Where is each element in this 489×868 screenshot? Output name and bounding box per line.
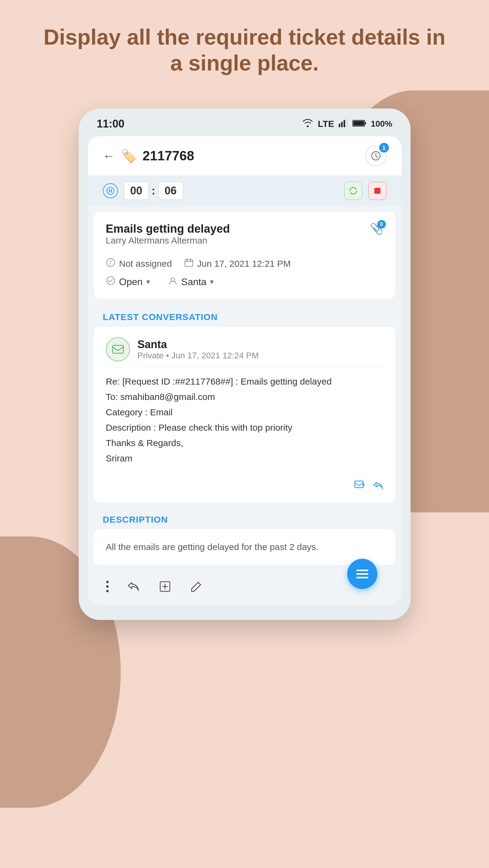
sender-avatar	[106, 337, 130, 361]
ticket-date: Jun 17, 2021 12:21 PM	[197, 258, 291, 269]
header-right[interactable]: 1	[365, 145, 386, 166]
body-line3: Category : Email	[106, 404, 383, 420]
conversation-meta: Private • Jun 17, 2021 12:24 PM	[138, 351, 259, 361]
timer-right	[344, 182, 386, 200]
back-button[interactable]: ←	[103, 149, 115, 163]
description-card: All the emails are getting delayed for t…	[94, 529, 396, 565]
battery-percent: 100%	[371, 119, 393, 129]
alert-icon: !	[106, 258, 116, 270]
signal-icon	[339, 119, 348, 130]
battery-icon	[352, 119, 366, 130]
conversation-body: Re: [Request ID :##2117768##] : Emails g…	[106, 374, 383, 466]
ticket-icon: 🏷️	[121, 149, 137, 163]
status-time: 11:00	[97, 118, 124, 130]
timer-stop-button[interactable]	[368, 182, 386, 200]
description-label: DESCRIPTION	[88, 508, 402, 529]
status-label: Open	[119, 276, 143, 287]
conversation-header: Santa Private • Jun 17, 2021 12:24 PM	[106, 337, 383, 361]
status-icon	[106, 276, 116, 288]
svg-point-15	[107, 277, 115, 284]
conversation-divider-bottom	[106, 472, 383, 472]
toolbar-icons	[106, 580, 203, 596]
sender-info: Santa Private • Jun 17, 2021 12:24 PM	[138, 338, 259, 361]
assignee-chevron-icon: ▾	[210, 278, 213, 286]
more-options-button[interactable]	[106, 581, 109, 595]
svg-point-19	[106, 581, 109, 583]
status-bar: 11:00 LTE	[79, 108, 410, 136]
assignee-item[interactable]: Santa ▾	[168, 276, 214, 288]
timer-bar: 00 : 06	[88, 176, 402, 206]
svg-rect-17	[113, 345, 123, 353]
calendar-icon	[184, 258, 194, 270]
ticket-title-row: Emails getting delayed Larry Altermans A…	[106, 222, 383, 253]
attachment-badge: 📎 0	[370, 222, 383, 235]
svg-rect-0	[339, 124, 340, 127]
timer-display: 00 : 06	[124, 182, 183, 200]
svg-rect-24	[356, 573, 368, 575]
timer-minutes: 06	[159, 182, 183, 200]
ticket-id: 2117768	[143, 148, 194, 163]
timer-left: 00 : 06	[103, 182, 183, 200]
date-item: Jun 17, 2021 12:21 PM	[184, 258, 291, 270]
wifi-icon	[302, 119, 313, 130]
status-chevron-icon: ▾	[146, 278, 150, 286]
ticket-info-card: Emails getting delayed Larry Altermans A…	[94, 212, 396, 299]
svg-point-8	[107, 187, 114, 194]
bottom-toolbar	[88, 571, 402, 605]
ticket-meta-row: ! Not assigned Jun 17, 2021 12:21 PM	[106, 258, 383, 270]
toolbar-reply-button[interactable]	[127, 581, 140, 595]
body-line4: Description : Please check this with top…	[106, 420, 383, 435]
svg-rect-25	[356, 577, 368, 578]
body-line1: Re: [Request ID :##2117768##] : Emails g…	[106, 374, 383, 389]
svg-rect-3	[346, 119, 347, 127]
svg-rect-14	[185, 260, 193, 267]
toolbar-edit-button[interactable]	[190, 580, 203, 596]
status-item[interactable]: Open ▾	[106, 276, 150, 288]
status-icons: LTE 100%	[302, 119, 392, 130]
svg-rect-11	[374, 188, 380, 194]
ticket-status-row: Open ▾ Santa ▾	[106, 276, 383, 288]
conversation-card: Santa Private • Jun 17, 2021 12:24 PM Re…	[94, 327, 396, 502]
timer-hours: 00	[124, 182, 149, 200]
svg-rect-9	[109, 189, 110, 193]
header-left: ← 🏷️ 2117768	[103, 148, 194, 163]
fab-button[interactable]	[347, 559, 377, 589]
svg-point-20	[106, 585, 109, 588]
attachment-count: 0	[377, 220, 386, 228]
timer-pause-button[interactable]	[103, 183, 118, 198]
svg-rect-6	[353, 121, 364, 126]
svg-rect-2	[344, 120, 345, 127]
body-line6: Sriram	[106, 451, 383, 466]
ticket-title: Emails getting delayed	[106, 222, 230, 236]
svg-rect-18	[355, 481, 363, 488]
timer-sync-button[interactable]	[344, 182, 362, 200]
phone-mockup: 11:00 LTE	[79, 108, 410, 620]
assigned-to-item: ! Not assigned	[106, 258, 172, 270]
app-content: ← 🏷️ 2117768 1	[88, 136, 402, 605]
svg-rect-10	[111, 189, 112, 193]
forward-button[interactable]	[354, 480, 365, 492]
sender-name: Santa	[138, 338, 259, 351]
description-text: All the emails are getting delayed for t…	[106, 540, 383, 554]
page-title: Display all the required ticket details …	[0, 24, 489, 76]
network-label: LTE	[318, 119, 334, 129]
latest-conversation-label: LATEST CONVERSATION	[88, 304, 402, 327]
reply-button[interactable]	[373, 480, 383, 492]
app-header: ← 🏷️ 2117768 1	[88, 136, 402, 176]
body-line2: To: smahiban8@gmail.com	[106, 389, 383, 404]
body-line5: Thanks & Regards,	[106, 435, 383, 451]
svg-point-21	[106, 590, 109, 592]
ticket-submitter: Larry Altermans Alterman	[106, 236, 230, 246]
not-assigned-label: Not assigned	[119, 258, 172, 269]
conversation-divider	[106, 367, 383, 368]
toolbar-note-button[interactable]	[159, 580, 172, 596]
svg-rect-5	[365, 122, 366, 124]
timer-colon: :	[152, 184, 155, 197]
notification-badge: 1	[379, 143, 389, 153]
svg-rect-23	[356, 569, 368, 571]
svg-rect-1	[341, 122, 343, 127]
assignee-label: Santa	[181, 276, 207, 287]
svg-text:!: !	[110, 259, 112, 266]
assignee-icon	[168, 276, 178, 288]
conversation-actions	[106, 480, 383, 492]
